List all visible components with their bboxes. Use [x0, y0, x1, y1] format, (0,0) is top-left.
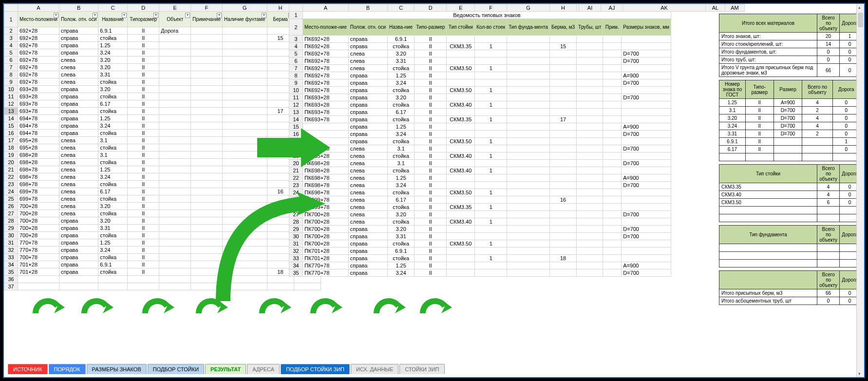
cell[interactable]: II: [415, 79, 447, 87]
cell[interactable]: стойка: [388, 43, 415, 50]
cell[interactable]: [159, 93, 191, 100]
cell[interactable]: 699+78: [18, 195, 59, 203]
cell[interactable]: 3.20: [388, 50, 415, 57]
cell[interactable]: [507, 255, 550, 262]
col-header[interactable]: E: [159, 4, 191, 12]
cell[interactable]: II: [128, 57, 159, 64]
cell[interactable]: 698+28: [18, 159, 59, 166]
cell[interactable]: 1.25: [388, 174, 415, 182]
sheet-tab[interactable]: РЕЗУЛЬТАТ: [205, 364, 246, 374]
cell[interactable]: [622, 101, 671, 109]
cell[interactable]: справа: [59, 247, 98, 254]
cell[interactable]: 1.25: [98, 166, 128, 173]
cell[interactable]: стойка: [98, 268, 128, 276]
cell[interactable]: ПК692+78: [303, 50, 349, 57]
cell[interactable]: стойка: [98, 254, 128, 261]
cell[interactable]: 16: [549, 196, 576, 204]
sheet-tab[interactable]: ПОДБОР СТОЙКИ: [148, 364, 204, 374]
filter-header[interactable]: Примечание: [191, 12, 223, 27]
col-header[interactable]: AL: [706, 4, 725, 12]
cell[interactable]: 694+78: [18, 130, 59, 137]
cell[interactable]: справа: [59, 225, 98, 232]
cell[interactable]: слева: [59, 152, 98, 159]
cell[interactable]: II: [128, 254, 159, 261]
cell[interactable]: II: [128, 210, 159, 217]
cell[interactable]: СКМ3.40: [447, 218, 475, 226]
cell[interactable]: [475, 196, 507, 204]
row-header[interactable]: 10: [4, 86, 18, 93]
cell[interactable]: [549, 189, 576, 196]
cell[interactable]: [223, 27, 267, 35]
cell[interactable]: II: [415, 226, 447, 233]
cell[interactable]: II: [415, 218, 447, 226]
cell[interactable]: [603, 204, 622, 211]
cell[interactable]: II: [128, 86, 159, 93]
cell[interactable]: 3.24: [388, 131, 415, 138]
cell[interactable]: справа: [59, 100, 98, 108]
cell[interactable]: [223, 115, 267, 122]
cell[interactable]: [603, 43, 622, 50]
row-header[interactable]: 30: [4, 232, 18, 239]
cell[interactable]: II: [415, 43, 447, 50]
cell[interactable]: [447, 248, 475, 255]
cell[interactable]: [603, 50, 622, 57]
cell[interactable]: 692+78: [18, 64, 59, 71]
cell[interactable]: [549, 72, 576, 79]
cell[interactable]: [475, 233, 507, 240]
cell[interactable]: Дорога: [159, 27, 191, 35]
cell[interactable]: II: [415, 36, 447, 43]
cell[interactable]: [622, 43, 671, 50]
col-header[interactable]: B: [59, 4, 98, 12]
cell[interactable]: II: [128, 159, 159, 166]
cell[interactable]: [159, 159, 191, 166]
cell[interactable]: ПК770+78: [303, 262, 349, 269]
cell[interactable]: [507, 167, 550, 174]
row-header[interactable]: 13: [4, 108, 18, 115]
cell[interactable]: [98, 283, 128, 290]
cell[interactable]: слева: [348, 218, 387, 226]
cell[interactable]: II: [415, 269, 447, 277]
cell[interactable]: [191, 42, 223, 49]
cell[interactable]: 700+28: [18, 203, 59, 210]
cell[interactable]: [447, 269, 475, 277]
col-header[interactable]: C: [388, 4, 415, 12]
cell[interactable]: [603, 189, 622, 196]
row-header[interactable]: 28: [4, 217, 18, 225]
cell[interactable]: [159, 239, 191, 247]
cell[interactable]: 3.1: [98, 152, 128, 159]
cell[interactable]: [159, 173, 191, 181]
cell[interactable]: слева: [59, 64, 98, 71]
row-header[interactable]: 23: [4, 181, 18, 188]
cell[interactable]: [603, 226, 622, 233]
row-header[interactable]: 15: [4, 122, 18, 130]
cell[interactable]: справа: [348, 109, 387, 116]
col-header[interactable]: G: [507, 4, 550, 12]
cell[interactable]: стойка: [98, 181, 128, 188]
filter-header[interactable]: Название: [98, 12, 128, 27]
cell[interactable]: ПК698+78: [303, 182, 349, 189]
cell[interactable]: [549, 211, 576, 218]
cell[interactable]: [603, 72, 622, 79]
cell[interactable]: 3.20: [98, 86, 128, 93]
sheet-tab[interactable]: ПОРЯДОК: [49, 364, 86, 374]
cell[interactable]: II: [128, 71, 159, 78]
cell[interactable]: ПК698+78: [303, 174, 349, 182]
cell[interactable]: [159, 86, 191, 93]
cell[interactable]: [549, 94, 576, 101]
row-header[interactable]: 4: [289, 43, 303, 50]
cell[interactable]: II: [128, 239, 159, 247]
cell[interactable]: слева: [348, 189, 387, 196]
cell[interactable]: [603, 211, 622, 218]
cell[interactable]: 3.31: [98, 71, 128, 78]
cell[interactable]: [191, 78, 223, 86]
cell[interactable]: [475, 79, 507, 87]
cell[interactable]: 3.31: [98, 225, 128, 232]
cell[interactable]: 6.17: [388, 196, 415, 204]
row-header[interactable]: 30: [289, 233, 303, 240]
cell[interactable]: II: [128, 247, 159, 254]
col-header[interactable]: [4, 4, 18, 12]
cell[interactable]: 3.31: [388, 57, 415, 65]
cell[interactable]: слева: [348, 167, 387, 174]
row-header[interactable]: 3: [289, 36, 303, 43]
cell[interactable]: стойка: [98, 159, 128, 166]
